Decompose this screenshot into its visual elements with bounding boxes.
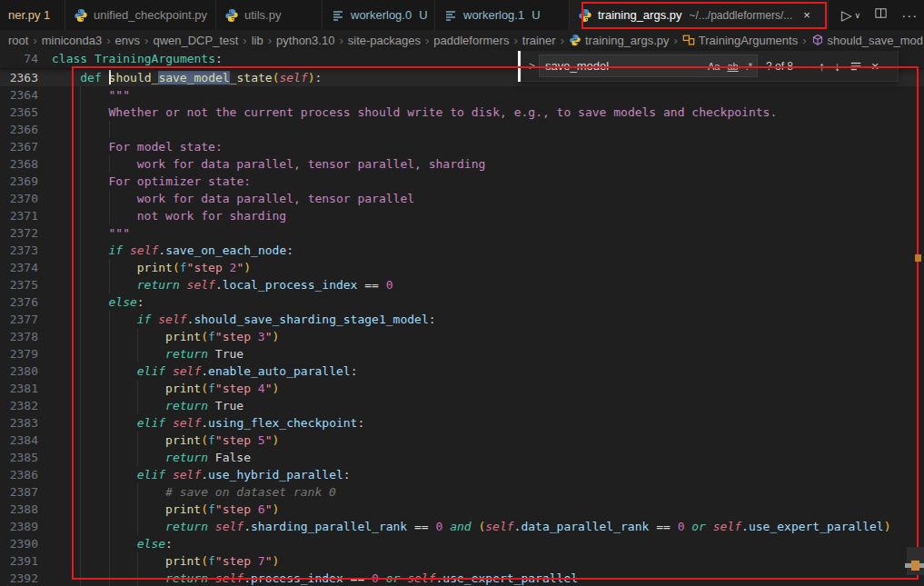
code-line-2378[interactable]: 2378print(f"step 3") [0,328,924,345]
find-input-value[interactable]: save_model [545,59,703,73]
tab-workerlog-1[interactable]: workerlog.1U [435,0,570,30]
token: else [137,537,165,551]
line-number: 2384 [0,432,38,449]
line-number: 2392 [0,570,38,586]
breadcrumb-item-lib[interactable]: lib [252,34,263,47]
previous-match-button[interactable]: ↑ [819,59,825,74]
tab-label: workerlog.1 [463,8,524,22]
token: return [165,347,208,361]
match-case-toggle[interactable]: Aa [705,59,722,74]
code-line-2371[interactable]: 2371not work for sharding [0,207,924,224]
token: self [485,520,513,533]
breadcrumb-item-python3-10[interactable]: python3.10 [276,34,334,47]
code-line-2370[interactable]: 2370work for data parallel, tensor paral… [0,190,924,207]
code-line-2388[interactable]: 2388print(f"step 6") [0,501,924,518]
find-input[interactable]: save_model Aa ab .* [539,55,758,77]
breadcrumb-item-root[interactable]: root [8,34,28,47]
editor-actions: ▷∨··· [829,0,924,30]
token: For optimizer state: [109,174,252,188]
token: return [165,451,208,464]
token: return [165,520,208,533]
next-match-button[interactable]: ↓ [834,59,840,74]
regex-toggle[interactable]: .* [743,59,755,74]
code-line-2389[interactable]: 2389return self.sharding_parallel_rank =… [0,518,924,535]
code-line-2364[interactable]: 2364""" [0,86,924,104]
token [102,71,109,84]
code-line-2392[interactable]: 2392return self.process_index == 0 or se… [0,570,924,586]
breadcrumb-label: root [8,34,28,47]
code-line-2376[interactable]: 2376else: [0,293,924,311]
breadcrumb-item-trainer[interactable]: trainer [522,34,556,47]
git-status-badge: U [419,8,427,22]
token: "step [187,261,230,274]
token: return [137,278,180,292]
code-line-2381[interactable]: 2381print(f"step 4") [0,380,924,397]
code-line-2369[interactable]: 2369For optimizer state: [0,173,924,190]
token: if [137,313,152,326]
code-editor[interactable]: 74class TrainingArguments: 2363def shoul… [0,50,924,586]
breadcrumb-item-qwen-dcp-test[interactable]: qwen_DCP_test [153,34,238,47]
code-line-2367[interactable]: 2367For model state: [0,138,924,155]
token: elif [137,416,165,430]
code-line-2379[interactable]: 2379return True [0,345,924,363]
find-expand-chevron-icon[interactable]: > [525,60,539,73]
code-line-2380[interactable]: 2380elif self.enable_auto_parallel: [0,363,924,380]
code-line-2387[interactable]: 2387# save on dataset rank 0 [0,483,924,501]
code-line-2382[interactable]: 2382return True [0,397,924,414]
token: use_expert_parallel [749,520,884,533]
run-button[interactable]: ▷∨ [841,7,860,24]
code-line-2372[interactable]: 2372""" [0,224,924,242]
breadcrumb-item-should-save-mod[interactable]: should_save_mod [811,34,924,47]
close-find-button[interactable]: × [871,59,879,74]
line-number: 2370 [0,190,38,207]
tab-utils-py[interactable]: utils.py [216,0,323,30]
code-line-2383[interactable]: 2383elif self.using_flex_checkpoint: [0,414,924,432]
code-text: print(f"step 4") [52,380,279,397]
overview-ruler-match-marker [915,254,921,262]
token: "step [215,554,258,568]
tab-unified-checkpoint-py[interactable]: unified_checkpoint.py [65,0,216,30]
find-widget-sash[interactable] [518,51,521,82]
find-in-selection-icon[interactable] [849,60,862,73]
split-editor-button[interactable] [874,6,888,24]
code-line-2368[interactable]: 2368work for data parallel, tensor paral… [0,155,924,173]
code-line-2373[interactable]: 2373if self.save_on_each_node: [0,242,924,259]
code-text: elif self.enable_auto_parallel: [52,363,357,380]
code-line-2377[interactable]: 2377if self.should_save_sharding_stage1_… [0,311,924,328]
token: or [691,520,706,533]
code-line-2384[interactable]: 2384print(f"step 5") [0,432,924,449]
code-line-2375[interactable]: 2375return self.local_process_index == 0 [0,276,924,293]
breadcrumb-label: should_save_mod [828,34,924,47]
code-line-2386[interactable]: 2386elif self.use_hybrid_parallel: [0,466,924,483]
code-text: print(f"step 3") [52,328,279,345]
code-line-2366[interactable]: 2366 [0,121,924,138]
code-line-2374[interactable]: 2374print(f"step 2") [0,259,924,276]
breadcrumb-item-training-args-py[interactable]: training_args.py [569,34,670,47]
token [379,571,386,585]
token: work for data parallel, tensor parallel [137,192,414,205]
code-line-2365[interactable]: 2365Whether or not the current process s… [0,104,924,121]
breadcrumb-label: qwen_DCP_test [153,34,238,47]
breadcrumb-item-envs[interactable]: envs [115,34,140,47]
token: print [165,330,201,343]
breadcrumb-item-paddleformers[interactable]: paddleformers [433,34,509,47]
code-line-2385[interactable]: 2385return False [0,449,924,466]
tab-label: workerlog.0 [351,8,412,22]
git-status-badge: U [532,8,540,22]
tab-ner-py-1[interactable]: ner.py 1 [0,0,65,30]
token: 6 [258,502,265,516]
tab-training-args-py[interactable]: training_args.py~/.../paddleformers/...× [570,0,829,30]
code-line-2390[interactable]: 2390else: [0,535,924,552]
breadcrumb-item-site-packages[interactable]: site-packages [348,34,421,47]
token [87,52,94,65]
whole-word-toggle[interactable]: ab [724,59,740,74]
tab-workerlog-0[interactable]: workerlog.0U [323,0,435,30]
close-tab-icon[interactable]: × [803,8,810,22]
breadcrumb-item-trainingarguments[interactable]: TrainingArguments [682,34,798,47]
find-widget: > save_model Aa ab .* ? of 8 ↑ ↓ × [521,51,899,82]
code-line-2391[interactable]: 2391print(f"step 7") [0,552,924,570]
breadcrumb-item-miniconda3[interactable]: miniconda3 [42,34,103,47]
more-actions-button[interactable]: ··· [901,7,918,23]
token: . [158,243,165,257]
line-number: 2379 [0,345,38,363]
